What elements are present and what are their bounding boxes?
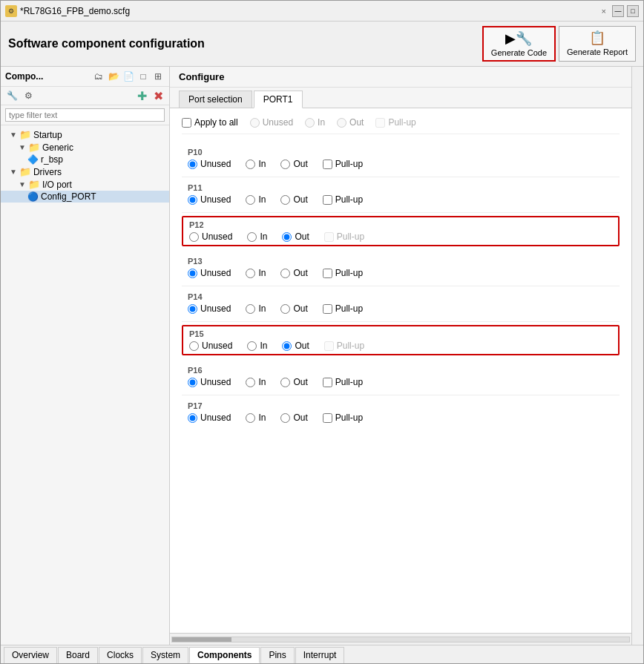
p16-unused-option[interactable]: Unused bbox=[188, 377, 231, 387]
maximize-button[interactable]: □ bbox=[627, 5, 639, 17]
bottom-tab-overview[interactable]: Overview bbox=[4, 647, 57, 663]
p16-checkbox-pullup[interactable] bbox=[323, 378, 332, 387]
p13-out-option[interactable]: Out bbox=[280, 268, 307, 278]
p14-unused-option[interactable]: Unused bbox=[188, 303, 231, 314]
p16-radio-in[interactable] bbox=[246, 378, 255, 387]
p10-radio-unused[interactable] bbox=[188, 160, 197, 169]
generate-code-button[interactable]: ▶🔧 Generate Code bbox=[482, 26, 556, 62]
p14-radio-out[interactable] bbox=[280, 304, 290, 314]
sidebar-item-startup[interactable]: ▼ 📁 Startup bbox=[1, 128, 169, 141]
p17-radio-in[interactable] bbox=[246, 413, 255, 423]
p12-checkbox-pullup[interactable] bbox=[324, 232, 334, 242]
p10-unused-option[interactable]: Unused bbox=[188, 159, 231, 169]
p15-checkbox-pullup[interactable] bbox=[324, 341, 334, 351]
p12-radio-out[interactable] bbox=[282, 232, 292, 242]
minimize-button[interactable]: — bbox=[612, 5, 624, 17]
bottom-tab-board[interactable]: Board bbox=[58, 647, 98, 663]
apply-all-radio-unused[interactable] bbox=[250, 118, 260, 128]
apply-all-checkbox[interactable] bbox=[182, 118, 191, 128]
sidebar-item-drivers[interactable]: ▼ 📁 Drivers bbox=[1, 165, 169, 178]
sidebar-item-io-port[interactable]: ▼ 📁 I/O port bbox=[1, 178, 169, 191]
p15-radio-unused[interactable] bbox=[189, 341, 199, 351]
p16-radio-unused[interactable] bbox=[188, 378, 197, 387]
p10-out-option[interactable]: Out bbox=[280, 159, 307, 169]
p11-radio-unused[interactable] bbox=[188, 195, 197, 205]
p14-in-option[interactable]: In bbox=[246, 303, 266, 314]
sidebar-icon-4[interactable]: □ bbox=[137, 70, 150, 83]
p14-radio-unused[interactable] bbox=[188, 304, 197, 314]
sidebar-icon-2[interactable]: 📂 bbox=[107, 70, 120, 83]
p12-radio-unused[interactable] bbox=[189, 232, 199, 242]
p10-radio-out[interactable] bbox=[280, 160, 290, 169]
p14-radio-in[interactable] bbox=[246, 304, 255, 314]
horizontal-scrollbar[interactable] bbox=[170, 633, 631, 645]
p10-checkbox-pullup[interactable] bbox=[323, 160, 332, 169]
p14-out-option[interactable]: Out bbox=[280, 303, 307, 314]
p13-radio-out[interactable] bbox=[280, 269, 290, 278]
p14-pullup-option[interactable]: Pull-up bbox=[323, 303, 363, 314]
p17-in-option[interactable]: In bbox=[246, 412, 266, 423]
p16-out-option[interactable]: Out bbox=[280, 377, 307, 387]
p13-checkbox-pullup[interactable] bbox=[323, 269, 332, 278]
p17-checkbox-pullup[interactable] bbox=[323, 413, 332, 423]
h-scroll-thumb[interactable] bbox=[172, 637, 231, 642]
p15-unused-option[interactable]: Unused bbox=[189, 341, 232, 351]
h-scroll-track[interactable] bbox=[171, 637, 630, 642]
p11-radio-in[interactable] bbox=[246, 195, 255, 205]
sidebar-icon-5[interactable]: ⊞ bbox=[151, 70, 165, 83]
generate-report-button[interactable]: 📋 Generate Report bbox=[559, 26, 636, 62]
p17-radio-out[interactable] bbox=[280, 413, 290, 423]
p13-in-option[interactable]: In bbox=[246, 268, 266, 278]
p11-checkbox-pullup[interactable] bbox=[323, 195, 332, 205]
sidebar-item-rbsp[interactable]: 🔷 r_bsp bbox=[1, 154, 169, 165]
tab-port1[interactable]: PORT1 bbox=[254, 91, 303, 108]
p16-radio-out[interactable] bbox=[280, 378, 290, 387]
p11-in-option[interactable]: In bbox=[246, 194, 266, 205]
sidebar-item-config-port[interactable]: 🔵 Config_PORT bbox=[1, 191, 169, 203]
tab-close-icon[interactable]: × bbox=[599, 6, 609, 16]
sidebar-item-generic[interactable]: ▼ 📁 Generic bbox=[1, 141, 169, 154]
p17-out-option[interactable]: Out bbox=[280, 412, 307, 423]
p15-radio-out[interactable] bbox=[282, 341, 292, 351]
p12-out-option[interactable]: Out bbox=[282, 231, 309, 242]
p12-in-option[interactable]: In bbox=[247, 231, 267, 242]
p10-radio-in[interactable] bbox=[246, 160, 255, 169]
p16-in-option[interactable]: In bbox=[246, 377, 266, 387]
p15-pullup-option[interactable]: Pull-up bbox=[324, 341, 364, 351]
sidebar-remove-icon[interactable]: ✖ bbox=[151, 89, 165, 102]
apply-all-radio-out[interactable] bbox=[337, 118, 346, 128]
p17-unused-option[interactable]: Unused bbox=[188, 412, 231, 423]
p15-out-option[interactable]: Out bbox=[282, 341, 309, 351]
tab-port-selection[interactable]: Port selection bbox=[179, 91, 252, 108]
p11-radio-out[interactable] bbox=[280, 195, 290, 205]
p15-in-option[interactable]: In bbox=[247, 341, 267, 351]
p17-radio-unused[interactable] bbox=[188, 413, 197, 423]
p16-pullup-option[interactable]: Pull-up bbox=[323, 377, 363, 387]
bottom-tab-interrupt[interactable]: Interrupt bbox=[295, 647, 345, 663]
apply-all-radio-in[interactable] bbox=[305, 118, 315, 128]
p13-unused-option[interactable]: Unused bbox=[188, 268, 231, 278]
p13-pullup-option[interactable]: Pull-up bbox=[323, 268, 363, 278]
p14-checkbox-pullup[interactable] bbox=[323, 304, 332, 314]
search-input[interactable] bbox=[5, 108, 165, 122]
bottom-tab-clocks[interactable]: Clocks bbox=[99, 647, 142, 663]
p12-unused-option[interactable]: Unused bbox=[189, 231, 232, 242]
bottom-tab-pins[interactable]: Pins bbox=[260, 647, 294, 663]
p10-pullup-option[interactable]: Pull-up bbox=[323, 159, 363, 169]
vertical-scrollbar[interactable] bbox=[631, 67, 643, 645]
p13-radio-in[interactable] bbox=[246, 269, 255, 278]
bottom-tab-components[interactable]: Components bbox=[189, 647, 260, 663]
p12-radio-in[interactable] bbox=[247, 232, 257, 242]
p10-in-option[interactable]: In bbox=[246, 159, 266, 169]
sidebar-icon-1[interactable]: 🗂 bbox=[92, 70, 105, 83]
p17-pullup-option[interactable]: Pull-up bbox=[323, 412, 363, 423]
p11-pullup-option[interactable]: Pull-up bbox=[323, 194, 363, 205]
bottom-tab-system[interactable]: System bbox=[142, 647, 188, 663]
p11-out-option[interactable]: Out bbox=[280, 194, 307, 205]
p15-radio-in[interactable] bbox=[247, 341, 257, 351]
apply-all-checkbox-pullup[interactable] bbox=[375, 118, 385, 128]
p11-unused-option[interactable]: Unused bbox=[188, 194, 231, 205]
p13-radio-unused[interactable] bbox=[188, 269, 197, 278]
sidebar-icon-3[interactable]: 📄 bbox=[122, 70, 135, 83]
sidebar-add-icon[interactable]: ✚ bbox=[135, 89, 148, 102]
